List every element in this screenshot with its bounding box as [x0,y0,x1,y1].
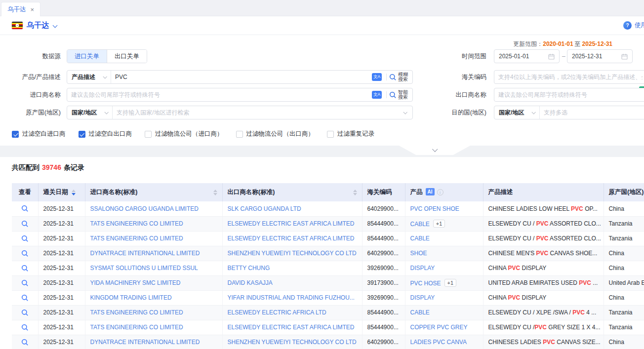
date-end-input[interactable]: 2025-12-31 [567,49,633,63]
checkbox-checked-icon[interactable] [79,131,85,138]
exporter-link[interactable]: SLK CARGO UGANDA LTD [228,205,301,212]
smart-search-button[interactable]: 智能搜索 [389,90,412,100]
cell-date: 2025-12-31 [38,335,85,349]
view-record-button[interactable] [21,324,29,331]
destination-country-input[interactable] [540,106,644,119]
view-record-button[interactable] [21,205,29,212]
chevron-down-icon[interactable] [403,110,407,114]
checkbox-icon[interactable] [236,131,243,138]
checkbox-checked-icon[interactable] [12,131,19,138]
view-record-button[interactable] [21,250,29,257]
exporter-link[interactable]: ELSEWEDY ELECTRIC EAST AFRICA LIMTED [228,235,355,242]
results-summary: 共匹配到39746条记录 [12,163,84,172]
cell-description: ELSEWEDY CU / PVC ASSORTED CLO... [483,231,604,246]
country-title[interactable]: 乌干达 [27,21,49,30]
translate-icon[interactable]: 文A [372,91,382,99]
product-link[interactable]: LADIES PVC CANVA [410,339,467,346]
exporter-link[interactable]: ELSEWEDY ELECTRIC EAST AFRICA LIMTED [228,324,355,331]
exporter-link[interactable]: SHENZHEN YUEWEIYI TECHNOLOGY CO LTD [228,250,357,257]
product-link[interactable]: PVC OPEN SHOE [410,205,459,212]
filter-checkbox-2[interactable]: 过滤物流公司（进口商） [145,130,223,138]
keyword-highlight: PVC [571,205,583,212]
importer-link[interactable]: KINGDOM TRADING LIMITED [90,294,172,301]
col-product: 产品AIi [405,183,483,201]
view-record-button[interactable] [21,220,29,228]
data-source-label: 数据源 [4,49,61,63]
view-record-button[interactable] [21,235,29,242]
product-input[interactable] [111,71,372,83]
exporter-link[interactable]: ELSEWEDY ELECTRIC EAST AFRICA LIMTED [228,220,355,227]
country-chevron-down-icon[interactable] [53,23,58,28]
checkbox-label: 过滤物流公司（出口商） [246,130,315,138]
date-start-input[interactable]: 2025-01-01 [494,49,560,63]
cell-description: CHINA PVC DISPLAY [483,261,604,275]
info-icon[interactable]: i [437,189,443,195]
exporter-link[interactable]: DAVID KASAJJA [228,279,273,286]
col-exporter[interactable]: 出口商名称(标准) [222,183,362,201]
export-declarations-tab[interactable]: 出口关单 [107,50,147,63]
translate-icon[interactable]: 文A [372,73,382,81]
origin-country-input[interactable] [113,106,403,119]
product-link[interactable]: DISPLAY [410,265,435,271]
product-link[interactable]: COPPER PVC GREY [410,324,468,331]
keyword-highlight: PVC [536,220,549,227]
exporter-link[interactable]: YIFAR INDUSTRIAL AND TRADING FUZHOU... [228,294,355,301]
product-mode-select[interactable]: 产品描述 [67,71,111,83]
importer-input[interactable] [67,88,372,101]
filter-checkbox-4[interactable]: 过滤重复记录 [327,130,374,138]
view-record-button[interactable] [21,279,29,287]
more-products-badge[interactable]: +1 [444,279,457,287]
product-link[interactable]: CABLE [410,309,430,316]
importer-link[interactable]: TATS ENGINEERING CO LIMITED [90,309,183,316]
importer-link[interactable]: DYNATRACE INTERNATIONAL LIMITED [90,250,200,257]
sort-exporter-icon[interactable] [353,190,357,195]
more-products-badge[interactable]: +1 [433,220,445,228]
importer-link[interactable]: DYNATRACE INTERNATIONAL LIMITED [90,339,200,346]
exporter-link[interactable]: BETTY CHUNG [228,265,270,271]
tab-uganda[interactable]: 乌干达 × [1,2,40,17]
importer-link[interactable]: SYSMAT SOLUTIONS U LIMITED SSUL [90,265,198,271]
table-header-row: 查看 通关日期 进口商名称(标准) [12,183,644,201]
help-label: 使用 [635,21,644,30]
product-link[interactable]: PVC HOSE [410,280,441,287]
view-record-button[interactable] [21,294,29,302]
help-link[interactable]: ? 使用 [623,21,644,30]
date-start-value: 2025-01-01 [499,53,548,60]
product-link[interactable]: DISPLAY [410,294,435,301]
exporter-link[interactable]: ELSEWEDY ELECTRIC AFRICA LTD [228,309,326,316]
exporter-link[interactable]: SHENZHEN YUEWEIYI TECHNOLOGY CO LTD [228,339,357,346]
col-importer[interactable]: 进口商名称(标准) [85,183,222,201]
col-date[interactable]: 通关日期 [38,183,85,201]
date-end-value: 2025-12-31 [572,53,621,60]
uganda-flag-icon [12,22,23,29]
import-declarations-tab[interactable]: 进口关单 [67,50,107,63]
checkbox-icon[interactable] [145,131,152,138]
checkbox-icon[interactable] [327,131,334,138]
fuzzy-search-button[interactable]: 模糊搜索 [389,72,412,82]
cell-description: ELSEWEDY CU / PVC ASSORTED CLO... [483,216,604,231]
product-link[interactable]: CABLE [410,235,430,242]
exporter-box [494,88,644,102]
view-record-button[interactable] [21,265,29,272]
hs-code-input[interactable] [494,71,644,83]
collapse-filters-button[interactable] [399,146,470,155]
product-link[interactable]: SHOE [410,250,427,257]
importer-link[interactable]: YIDA MACHINERY SMC LIMITED [90,279,181,286]
product-link[interactable]: CABLE [410,221,430,228]
origin-mode-select[interactable]: 国家/地区 [67,106,113,119]
view-record-button[interactable] [21,309,29,316]
sort-importer-icon[interactable] [213,190,217,195]
filter-checkbox-1[interactable]: 过滤空白出口商 [79,130,132,138]
filter-checkbox-3[interactable]: 过滤物流公司（出口商） [236,130,315,138]
destination-mode-select[interactable]: 国家/地区 [494,106,540,119]
importer-link[interactable]: TATS ENGINEERING CO LIMITED [90,235,183,242]
tab-close-icon[interactable]: × [31,6,35,13]
filter-checkbox-0[interactable]: 过滤空白进口商 [12,130,66,138]
sort-date-icon[interactable] [72,190,76,195]
calendar-icon [621,53,628,60]
importer-link[interactable]: TATS ENGINEERING CO LIMITED [90,324,183,331]
importer-link[interactable]: SSALONGO CARGO UGANDA LIMITED [90,205,199,212]
importer-link[interactable]: TATS ENGINEERING CO LIMITED [90,220,183,227]
exporter-input[interactable] [494,88,644,101]
view-record-button[interactable] [21,339,29,346]
